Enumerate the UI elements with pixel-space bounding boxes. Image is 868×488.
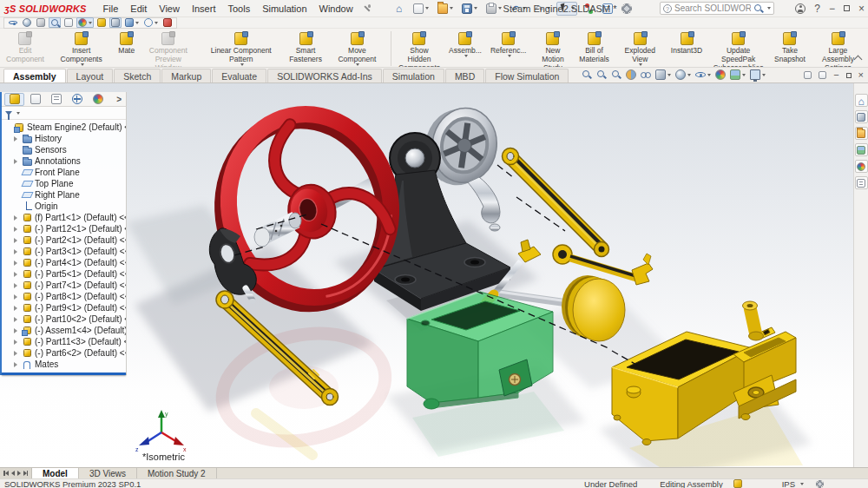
tree-row-part12-1-default-defaul[interactable]: (-) Part12<1> (Default) <<Defaul bbox=[4, 223, 126, 234]
doc-tab-3d-views[interactable]: 3D Views bbox=[79, 468, 137, 478]
dropdown-caret-icon[interactable] bbox=[667, 74, 671, 76]
menu-edit[interactable]: Edit bbox=[124, 2, 153, 16]
mate-button[interactable]: Mate bbox=[114, 30, 139, 67]
section-view-button[interactable] bbox=[626, 69, 636, 80]
search-icon[interactable] bbox=[753, 3, 763, 13]
new-window-button[interactable] bbox=[804, 71, 812, 79]
expander-icon[interactable] bbox=[12, 306, 19, 311]
next-tab-button[interactable] bbox=[17, 471, 21, 476]
expander-icon[interactable] bbox=[12, 136, 19, 142]
edit-component-button[interactable]: Edit Component bbox=[2, 30, 49, 67]
tab-simulation[interactable]: Simulation bbox=[383, 69, 444, 82]
displaymanager-tab[interactable] bbox=[88, 93, 108, 106]
lighting-button[interactable] bbox=[95, 17, 108, 28]
expander-icon[interactable] bbox=[12, 283, 19, 288]
filter-caret-icon[interactable] bbox=[16, 112, 20, 115]
expander-icon[interactable] bbox=[12, 238, 19, 243]
menu-tools[interactable]: Tools bbox=[221, 2, 256, 16]
zoom-to-area-button[interactable] bbox=[596, 69, 607, 80]
file-explorer-button[interactable] bbox=[855, 127, 868, 140]
update-model-button[interactable] bbox=[142, 17, 160, 28]
tree-row-annotations[interactable]: Annotations bbox=[4, 155, 126, 167]
expander-icon[interactable] bbox=[12, 272, 19, 277]
minimize-doc-button[interactable]: − bbox=[833, 70, 838, 80]
design-library-button[interactable] bbox=[855, 110, 868, 123]
dropdown-caret-icon[interactable] bbox=[450, 7, 453, 10]
tab-layout[interactable]: Layout bbox=[67, 69, 114, 82]
rollback-bar[interactable] bbox=[2, 373, 126, 375]
custom-properties-button[interactable] bbox=[855, 176, 868, 189]
move-component-button[interactable]: Move Component bbox=[326, 30, 388, 67]
show-hidden-components-button[interactable]: Show Hidden Components bbox=[394, 30, 444, 67]
menu-view[interactable]: View bbox=[153, 2, 186, 16]
menu-file[interactable]: File bbox=[97, 2, 125, 16]
expander-icon[interactable] bbox=[12, 227, 19, 232]
search-box[interactable]: ? Search SOLIDWORKS Help bbox=[660, 2, 774, 15]
dynamic-annotation-views-button[interactable] bbox=[641, 69, 651, 80]
tree-row-history[interactable]: History bbox=[4, 133, 126, 144]
expander-icon[interactable] bbox=[12, 159, 19, 164]
tree-row-part9-1-default-default[interactable]: (-) Part9<1> (Default) <<Default bbox=[4, 302, 126, 313]
tile-window-button[interactable] bbox=[819, 71, 826, 79]
component-preview-window-button[interactable]: Component Preview Window bbox=[139, 30, 197, 67]
appearances-scenes-button[interactable] bbox=[855, 160, 868, 173]
expander-icon[interactable] bbox=[12, 260, 19, 266]
dropdown-caret-icon[interactable] bbox=[474, 7, 477, 10]
menu-simulation[interactable]: Simulation bbox=[256, 2, 312, 16]
take-snapshot-button[interactable]: Take Snapshot bbox=[770, 30, 810, 67]
tree-root[interactable]: Steam Engine2 (Default) <Display St bbox=[4, 122, 126, 133]
simulation-advisor-button[interactable] bbox=[161, 17, 174, 28]
tab-assembly[interactable]: Assembly bbox=[3, 69, 66, 82]
doc-tab-model[interactable]: Model bbox=[32, 468, 79, 478]
interference-detection-button[interactable] bbox=[35, 17, 47, 28]
bill-of-materials-button[interactable]: Bill of Materials bbox=[575, 30, 613, 67]
dropdown-caret-icon[interactable] bbox=[425, 7, 429, 10]
filter-funnel-icon[interactable] bbox=[5, 111, 12, 115]
hook-pin[interactable] bbox=[490, 224, 500, 231]
tree-row-part6-2-default-default[interactable]: (-) Part6<2> (Default) <<Default bbox=[4, 347, 126, 359]
expander-icon[interactable] bbox=[12, 215, 19, 221]
propertymanager-tab[interactable] bbox=[25, 93, 45, 106]
dropdown-caret-icon[interactable] bbox=[135, 22, 139, 24]
expander-icon[interactable] bbox=[12, 362, 19, 367]
tree-filter-row[interactable] bbox=[2, 107, 126, 120]
display-style-button[interactable] bbox=[675, 69, 691, 80]
edit-appearance-button[interactable] bbox=[76, 17, 94, 28]
bushing-part[interactable] bbox=[743, 301, 764, 340]
upper-connecting-rod-part[interactable] bbox=[503, 148, 609, 257]
view-settings-button[interactable] bbox=[750, 69, 766, 80]
new-document-button[interactable] bbox=[411, 2, 431, 16]
tree-row-assem1-4-default-defa[interactable]: (-) Assem1<4> (Default) <<Defa bbox=[4, 325, 126, 336]
save-button[interactable] bbox=[459, 2, 480, 16]
view-orientation-button[interactable] bbox=[655, 69, 671, 80]
menu-window[interactable]: Window bbox=[313, 2, 359, 16]
hide-show-items-button[interactable] bbox=[695, 69, 711, 80]
tree-row-part10-2-default-defaul[interactable]: (-) Part10<2> (Default) <<Defaul bbox=[4, 313, 126, 325]
graphics-viewport[interactable]: y x z *Isometric > Steam Engine2 (Defaul… bbox=[0, 83, 853, 467]
minimize-button[interactable]: − bbox=[829, 3, 835, 14]
tree-row-part7-1-default-default[interactable]: (-) Part7<1> (Default) <<Default bbox=[4, 280, 126, 291]
hide-show-components-button[interactable] bbox=[7, 17, 19, 28]
insert-components-button[interactable]: Insert Components bbox=[49, 30, 114, 67]
expander-icon[interactable] bbox=[12, 294, 19, 300]
restore-doc-button[interactable] bbox=[846, 73, 852, 78]
tab-sketch[interactable]: Sketch bbox=[114, 69, 161, 82]
featuremanager-design-tree-tab[interactable] bbox=[4, 93, 24, 106]
curvature-button[interactable] bbox=[123, 17, 141, 28]
display-style-button[interactable] bbox=[21, 17, 33, 28]
tree-row-mates[interactable]: Mates bbox=[4, 359, 126, 370]
tree-row-top-plane[interactable]: Top Plane bbox=[4, 178, 126, 189]
tree-row-part5-1-default-default[interactable]: (-) Part5<1> (Default) <<Default bbox=[4, 268, 126, 280]
dropdown-caret-icon[interactable] bbox=[762, 74, 766, 76]
tab-solidworks-add-ins[interactable]: SOLIDWORKS Add-Ins bbox=[267, 69, 382, 82]
last-tab-button[interactable] bbox=[23, 471, 29, 476]
restore-button[interactable] bbox=[844, 5, 850, 11]
search-caret-icon[interactable] bbox=[767, 7, 771, 10]
status-options-icon[interactable] bbox=[816, 480, 824, 488]
dropdown-caret-icon[interactable] bbox=[155, 22, 158, 24]
help-button[interactable]: ? bbox=[814, 3, 820, 14]
expander-icon[interactable] bbox=[12, 317, 19, 322]
tab-markup[interactable]: Markup bbox=[161, 69, 211, 82]
expander-icon[interactable] bbox=[12, 328, 19, 333]
home-button[interactable] bbox=[391, 2, 407, 16]
